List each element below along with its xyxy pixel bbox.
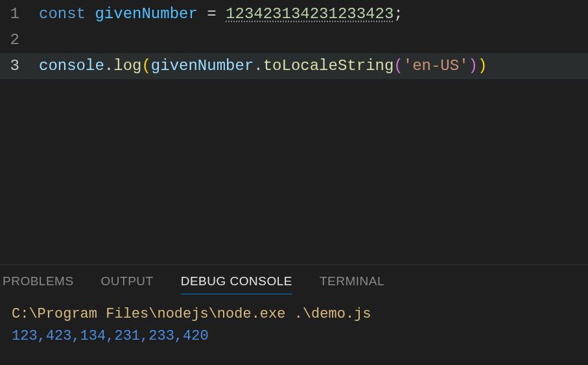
debug-console-output[interactable]: C:\Program Files\nodejs\node.exe .\demo.… — [0, 294, 588, 357]
panel-tabs: PROBLEMS OUTPUT DEBUG CONSOLE TERMINAL — [0, 265, 588, 294]
tab-problems[interactable]: PROBLEMS — [3, 274, 74, 294]
line-number: 1 — [0, 1, 39, 27]
output-command-line: C:\Program Files\nodejs\node.exe .\demo.… — [12, 303, 576, 325]
token-punc: ; — [394, 5, 403, 23]
token-punc: = — [198, 5, 226, 23]
line-number: 2 — [0, 27, 39, 53]
line-number: 3 — [0, 53, 39, 79]
tab-terminal[interactable]: TERMINAL — [320, 274, 384, 294]
code-content[interactable] — [39, 27, 588, 53]
bottom-panel: PROBLEMS OUTPUT DEBUG CONSOLE TERMINAL C… — [0, 265, 588, 365]
token-bracket: ) — [478, 57, 487, 75]
token-space — [86, 5, 95, 23]
token-bracket: ( — [141, 57, 150, 75]
code-line[interactable]: 2 — [0, 27, 588, 53]
token-variable: givenNumber — [95, 5, 197, 23]
output-result-line: 123,423,134,231,233,420 — [12, 325, 576, 347]
token-punc: . — [104, 57, 113, 75]
token-variable: givenNumber — [151, 57, 253, 75]
tab-output[interactable]: OUTPUT — [101, 274, 154, 294]
tab-debug-console[interactable]: DEBUG CONSOLE — [181, 274, 292, 294]
code-editor[interactable]: 1 const givenNumber = 123423134231233423… — [0, 0, 588, 265]
token-number: 123423134231233423 — [226, 5, 394, 23]
code-line[interactable]: 1 const givenNumber = 123423134231233423… — [0, 1, 588, 27]
token-function: toLocaleString — [263, 57, 394, 75]
code-content[interactable]: console.log(givenNumber.toLocaleString('… — [39, 53, 588, 79]
code-content[interactable]: const givenNumber = 123423134231233423; — [39, 1, 588, 27]
code-line-active[interactable]: 3 console.log(givenNumber.toLocaleString… — [0, 53, 588, 79]
token-string: 'en-US' — [403, 57, 469, 75]
token-punc: . — [253, 57, 263, 75]
token-bracket: ) — [469, 57, 478, 75]
token-keyword: const — [39, 5, 86, 23]
token-function: log — [113, 57, 141, 75]
token-object: console — [39, 57, 104, 75]
token-bracket: ( — [394, 57, 403, 75]
